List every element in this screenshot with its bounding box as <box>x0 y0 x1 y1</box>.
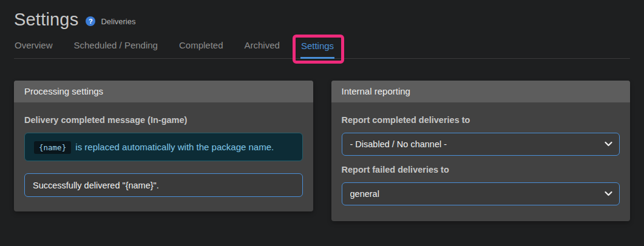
report-completed-select[interactable]: - Disabled / No channel - <box>342 133 620 156</box>
report-failed-select-wrap: general <box>342 182 620 205</box>
report-failed-label: Report failed deliveries to <box>342 165 620 175</box>
processing-settings-panel: Processing settings Delivery completed m… <box>14 81 313 211</box>
tab-settings[interactable]: Settings <box>300 37 334 59</box>
settings-page: Settings ? Deliveries Overview Scheduled… <box>0 8 644 221</box>
page-subtitle: Deliveries <box>101 17 135 26</box>
name-placeholder-info-box: {name} is replaced automatically with th… <box>24 133 303 161</box>
name-placeholder-info-text: is replaced automatically with the packa… <box>75 142 274 152</box>
delivery-message-input[interactable] <box>24 173 303 197</box>
report-completed-label: Report completed deliveries to <box>342 115 620 125</box>
processing-settings-body: Delivery completed message (In-game) {na… <box>14 102 313 211</box>
tab-overview[interactable]: Overview <box>14 36 53 58</box>
tab-archived[interactable]: Archived <box>244 36 280 58</box>
report-failed-select[interactable]: general <box>342 182 620 205</box>
tab-scheduled-pending[interactable]: Scheduled / Pending <box>73 36 158 58</box>
name-placeholder-code: {name} <box>34 141 71 154</box>
tab-settings-label: Settings <box>301 41 334 51</box>
page-title: Settings <box>14 10 78 30</box>
help-icon[interactable]: ? <box>86 16 95 26</box>
report-completed-select-wrap: - Disabled / No channel - <box>342 133 620 156</box>
tab-bar: Overview Scheduled / Pending Completed A… <box>14 36 630 59</box>
internal-reporting-body: Report completed deliveries to - Disable… <box>331 102 631 221</box>
page-header: Settings ? Deliveries <box>14 8 630 31</box>
internal-reporting-header: Internal reporting <box>331 81 631 102</box>
internal-reporting-panel: Internal reporting Report completed deli… <box>331 81 631 221</box>
processing-settings-header: Processing settings <box>14 81 313 102</box>
delivery-message-label: Delivery completed message (In-game) <box>24 115 303 125</box>
panels-row: Processing settings Delivery completed m… <box>14 81 630 221</box>
tab-completed[interactable]: Completed <box>178 36 224 58</box>
